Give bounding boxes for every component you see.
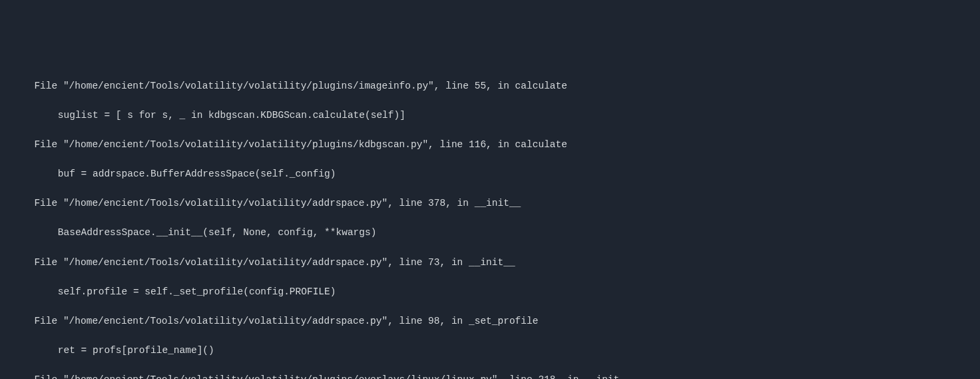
traceback-code-line: ret = profs[profile_name]() [3,343,977,358]
traceback-code-line: self.profile = self._set_profile(config.… [3,284,977,299]
traceback-code-line: BaseAddressSpace.__init__(self, None, co… [3,225,977,240]
traceback-file-line: File "/home/encient/Tools/volatility/vol… [3,137,977,152]
traceback-file-line: File "/home/encient/Tools/volatility/vol… [3,314,977,328]
traceback-file-line: File "/home/encient/Tools/volatility/vol… [3,196,977,210]
traceback-file-line: File "/home/encient/Tools/volatility/vol… [3,79,977,93]
terminal-output: File "/home/encient/Tools/volatility/vol… [3,64,977,379]
traceback-file-line: File "/home/encient/Tools/volatility/vol… [3,372,977,379]
traceback-file-line: File "/home/encient/Tools/volatility/vol… [3,255,977,270]
traceback-code-line: buf = addrspace.BufferAddressSpace(self.… [3,167,977,181]
traceback-code-line: suglist = [ s for s, _ in kdbgscan.KDBGS… [3,108,977,123]
